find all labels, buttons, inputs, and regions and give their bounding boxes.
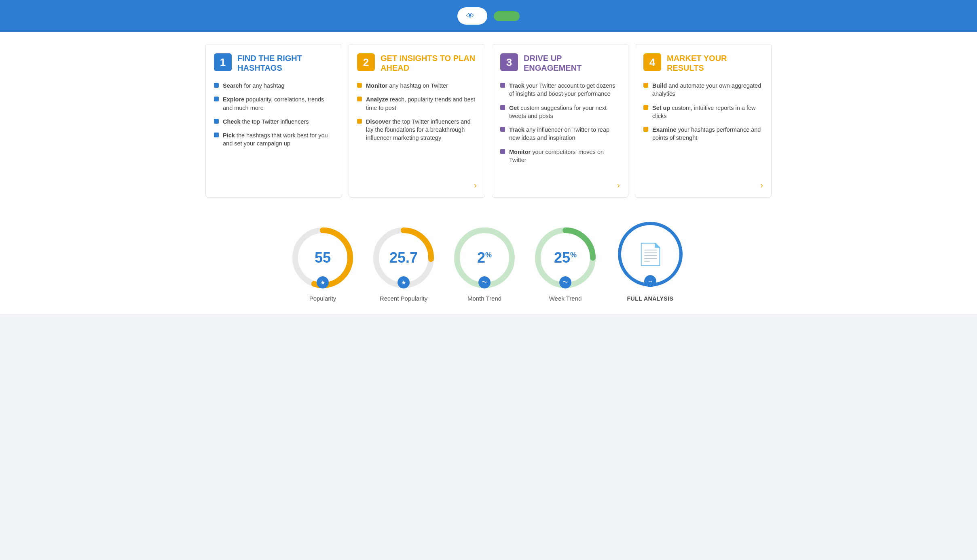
bullet-icon [643,127,648,132]
cards-row: 1 FIND THE RIGHT HASHTAGS Search for any… [205,44,772,198]
card-item-text: Monitor any hashtag on Twitter [366,82,448,90]
card-3: 3 DRIVE UP ENGAGEMENT Track your Twitter… [492,44,628,198]
bullet-icon [214,83,219,88]
metrics-row: 55 ★ Popularity 25.7 ★ Recent Popularity [205,210,772,306]
donut-wrapper-week-trend: 25% 〜 [533,225,598,290]
card-item-text: Track your Twitter account to get dozens… [509,82,620,98]
card-item: Search for any hashtag [214,82,334,90]
card-item: Track your Twitter account to get dozens… [500,82,620,98]
card-item: Build and automate your own aggregated a… [643,82,763,98]
donut-wrapper-month-trend: 2% 〜 [452,225,517,290]
get-extension-button[interactable] [494,11,520,21]
donut-badge[interactable]: 〜 [559,276,571,288]
metric-label: Recent Popularity [380,295,427,302]
card-title: MARKET YOUR RESULTS [667,53,763,73]
card-item: Explore popularity, correlations, trends… [214,95,334,112]
bullet-icon [500,83,505,88]
card-item: Monitor any hashtag on Twitter [357,82,477,90]
eye-icon: 👁 [466,11,474,21]
metric-recent-popularity: 25.7 ★ Recent Popularity [371,225,436,302]
donut-badge[interactable]: ★ [398,276,410,288]
card-item: Set up custom, intuitive reports in a fe… [643,104,763,120]
card-item-text: Monitor your competitors' moves on Twitt… [509,148,620,164]
bullet-icon [500,105,505,110]
card-item-text: Pick the hashtags that work best for you… [223,131,334,148]
donut-badge[interactable]: ★ [317,276,329,288]
card-title: FIND THE RIGHT HASHTAGS [237,53,334,73]
card-item-text: Check the top Twitter influencers [223,118,309,126]
metric-full-analysis[interactable]: 📄 → FULL ANALYSIS [614,218,687,302]
card-item: Pick the hashtags that work best for you… [214,131,334,148]
donut-badge[interactable]: 〜 [478,276,491,288]
card-items: Search for any hashtag Explore popularit… [214,82,334,148]
donut-wrapper-popularity: 55 ★ [290,225,355,290]
bullet-icon [500,149,505,154]
card-4: 4 MARKET YOUR RESULTS Build and automate… [635,44,772,198]
card-arrow-icon[interactable]: › [474,181,477,190]
card-item: Analyze reach, popularity trends and bes… [357,95,477,112]
card-header: 4 MARKET YOUR RESULTS [643,53,763,73]
card-item-text: Track any influencer on Twitter to reap … [509,126,620,142]
card-arrow-icon[interactable]: › [617,181,620,190]
card-header: 2 GET INSIGHTS TO PLAN AHEAD [357,53,477,73]
document-icon: 📄 [637,242,664,267]
card-title: DRIVE UP ENGAGEMENT [524,53,620,73]
card-item-text: Discover the top Twitter influencers and… [366,118,477,142]
card-number: 2 [357,53,375,71]
bullet-icon [643,105,648,110]
main-content: 1 FIND THE RIGHT HASHTAGS Search for any… [0,32,977,314]
card-item-text: Examine your hashtags performance and po… [652,126,763,142]
donut-center: 25% [554,251,577,265]
card-item: Discover the top Twitter influencers and… [357,118,477,142]
card-items: Monitor any hashtag on Twitter Analyze r… [357,82,477,142]
donut-value: 25% [554,249,577,266]
card-item: Examine your hashtags performance and po… [643,126,763,142]
card-number: 3 [500,53,518,71]
card-arrow-icon[interactable]: › [760,181,763,190]
card-item-text: Explore popularity, correlations, trends… [223,95,334,112]
card-header: 1 FIND THE RIGHT HASHTAGS [214,53,334,73]
full-analysis-arrow-icon[interactable]: → [644,275,656,287]
full-analysis-inner: 📄 [637,242,664,267]
bullet-icon [357,97,362,101]
bullet-icon [214,119,219,124]
card-header: 3 DRIVE UP ENGAGEMENT [500,53,620,73]
donut-value: 55 [315,249,331,266]
card-2: 2 GET INSIGHTS TO PLAN AHEAD Monitor any… [349,44,485,198]
card-item: Track any influencer on Twitter to reap … [500,126,620,142]
card-number: 1 [214,53,232,71]
metric-popularity: 55 ★ Popularity [290,225,355,302]
bullet-icon [357,119,362,124]
card-item-text: Set up custom, intuitive reports in a fe… [652,104,763,120]
card-items: Build and automate your own aggregated a… [643,82,763,142]
card-item-text: Search for any hashtag [223,82,284,90]
bullet-icon [643,83,648,88]
card-items: Track your Twitter account to get dozens… [500,82,620,164]
header: 👁 [0,0,977,32]
card-item-text: Build and automate your own aggregated a… [652,82,763,98]
card-title: GET INSIGHTS TO PLAN AHEAD [381,53,477,73]
card-item: Check the top Twitter influencers [214,118,334,126]
donut-center: 55 [315,251,331,265]
card-item: Get custom suggestions for your next twe… [500,104,620,120]
metric-label: Week Trend [549,295,582,302]
donut-center: 25.7 [389,251,418,265]
metric-week-trend: 25% 〜 Week Trend [533,225,598,302]
metric-label: Popularity [309,295,336,302]
card-item-text: Get custom suggestions for your next twe… [509,104,620,120]
bullet-icon [500,127,505,132]
metric-label: Month Trend [467,295,501,302]
metric-month-trend: 2% 〜 Month Trend [452,225,517,302]
donut-wrapper-recent-popularity: 25.7 ★ [371,225,436,290]
full-analysis-wrapper[interactable]: 📄 → [614,218,687,291]
card-1: 1 FIND THE RIGHT HASHTAGS Search for any… [205,44,342,198]
donut-value: 25.7 [389,249,418,266]
card-item: Monitor your competitors' moves on Twitt… [500,148,620,164]
bullet-icon [214,97,219,101]
bullet-icon [357,83,362,88]
card-item-text: Analyze reach, popularity trends and bes… [366,95,477,112]
card-number: 4 [643,53,661,71]
donut-center: 2% [477,251,492,265]
donut-value: 2% [477,249,492,266]
full-analysis-label: FULL ANALYSIS [627,295,674,302]
